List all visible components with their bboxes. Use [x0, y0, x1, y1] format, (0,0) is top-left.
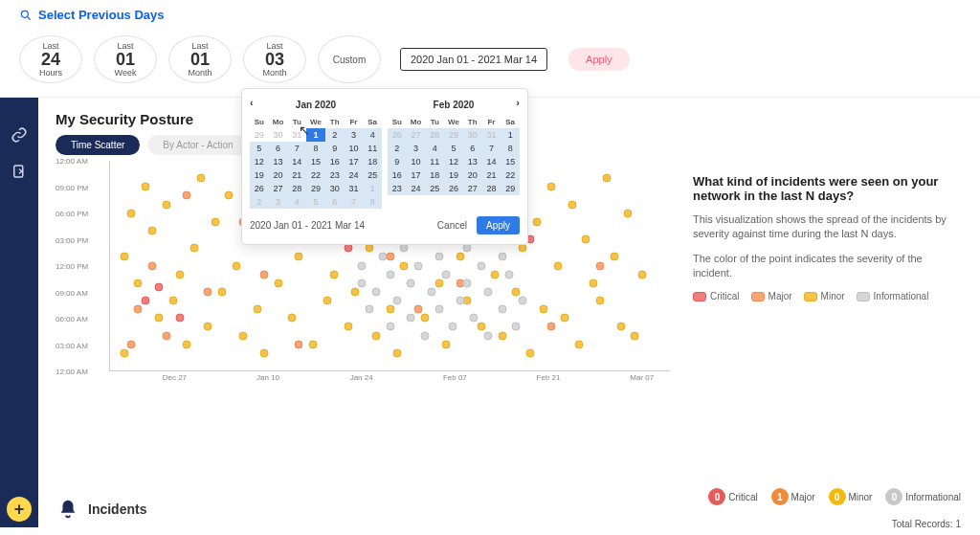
calendar-day[interactable]: 7	[345, 195, 364, 209]
calendar-day[interactable]: 27	[269, 182, 288, 195]
scatter-point[interactable]	[477, 323, 485, 331]
calendar-cancel-button[interactable]: Cancel	[437, 220, 467, 231]
calendar-day[interactable]: 17	[407, 168, 426, 182]
scatter-point[interactable]	[491, 270, 500, 279]
calendar-day[interactable]: 10	[345, 142, 364, 155]
scatter-point[interactable]	[344, 323, 352, 331]
scatter-point[interactable]	[434, 253, 443, 261]
scatter-point[interactable]	[434, 279, 443, 287]
scatter-point[interactable]	[554, 261, 563, 270]
calendar-day[interactable]: 7	[482, 142, 501, 155]
calendar-day[interactable]: 29	[501, 182, 520, 195]
calendar-day[interactable]: 2	[325, 128, 345, 142]
scatter-point[interactable]	[147, 261, 156, 270]
calendar-day[interactable]: 19	[250, 168, 269, 182]
calendar-day[interactable]: 5	[444, 142, 463, 155]
scatter-point[interactable]	[512, 323, 521, 331]
scatter-point[interactable]	[595, 261, 604, 270]
scatter-point[interactable]	[323, 296, 331, 304]
calendar-day[interactable]: 4	[287, 195, 306, 209]
calendar-prev-icon[interactable]: ‹	[250, 97, 254, 108]
scatter-point[interactable]	[350, 287, 359, 296]
scatter-point[interactable]	[232, 261, 240, 270]
scatter-point[interactable]	[155, 314, 164, 323]
date-range-display[interactable]: 2020 Jan 01 - 2021 Mar 14	[400, 48, 547, 71]
scatter-point[interactable]	[483, 287, 492, 296]
scatter-point[interactable]	[498, 305, 506, 314]
scatter-point[interactable]	[462, 244, 471, 253]
calendar-day[interactable]: 27	[407, 128, 426, 142]
time-chip-3[interactable]: Last03Month	[243, 35, 306, 83]
calendar-day[interactable]: 6	[463, 142, 482, 155]
scatter-point[interactable]	[344, 244, 352, 253]
calendar-day[interactable]: 2	[388, 142, 407, 155]
calendar-day[interactable]: 9	[325, 142, 345, 155]
time-chip-custom[interactable]: Custom	[318, 35, 381, 83]
calendar-next-icon[interactable]: ›	[516, 97, 520, 108]
calendar-day[interactable]: 22	[501, 168, 520, 182]
scatter-point[interactable]	[371, 287, 380, 296]
scatter-point[interactable]	[434, 305, 443, 314]
calendar-day[interactable]: 29	[250, 128, 269, 142]
scatter-point[interactable]	[498, 253, 506, 261]
scatter-point[interactable]	[540, 305, 548, 314]
scatter-point[interactable]	[274, 279, 282, 287]
calendar-day[interactable]: 26	[388, 128, 407, 142]
scatter-point[interactable]	[568, 200, 576, 209]
calendar-day[interactable]: 18	[425, 168, 444, 182]
scatter-point[interactable]	[295, 340, 303, 348]
calendar-day[interactable]: 27	[463, 182, 482, 195]
scatter-point[interactable]	[449, 323, 457, 331]
scatter-point[interactable]	[519, 296, 527, 304]
calendar-day[interactable]: 28	[482, 182, 501, 195]
time-chip-0[interactable]: Last24Hours	[19, 35, 82, 83]
calendar-day[interactable]: 7	[287, 142, 306, 155]
apply-range-button[interactable]: Apply	[568, 48, 630, 71]
calendar-day[interactable]: 26	[444, 182, 463, 195]
scatter-point[interactable]	[413, 305, 422, 314]
scatter-point[interactable]	[407, 314, 415, 323]
calendar-day[interactable]: 1	[501, 128, 520, 142]
scatter-point[interactable]	[400, 244, 409, 253]
scatter-point[interactable]	[392, 296, 401, 304]
calendar-day[interactable]: 20	[269, 168, 288, 182]
add-button[interactable]: +	[7, 497, 32, 522]
scatter-point[interactable]	[365, 244, 373, 253]
calendar-day[interactable]: 26	[250, 182, 269, 195]
scatter-point[interactable]	[379, 253, 388, 261]
calendar-day[interactable]: 30	[269, 128, 288, 142]
scatter-point[interactable]	[483, 331, 492, 340]
calendar-day[interactable]: 30	[463, 128, 482, 142]
calendar-apply-button[interactable]: Apply	[477, 216, 520, 234]
calendar-day[interactable]: 22	[306, 168, 325, 182]
calendar-day[interactable]: 29	[306, 182, 325, 195]
calendar-day[interactable]: 4	[425, 142, 444, 155]
scatter-point[interactable]	[386, 270, 394, 279]
calendar-day[interactable]: 16	[325, 155, 345, 168]
scatter-point[interactable]	[141, 296, 149, 304]
calendar-day[interactable]: 4	[363, 128, 382, 142]
calendar-day[interactable]: 3	[407, 142, 426, 155]
select-previous-days-header[interactable]: Select Previous Days	[19, 8, 961, 22]
scatter-point[interactable]	[189, 244, 198, 253]
scatter-point[interactable]	[413, 261, 422, 270]
scatter-point[interactable]	[519, 244, 527, 253]
scatter-point[interactable]	[561, 314, 569, 323]
scatter-point[interactable]	[595, 296, 604, 304]
calendar-day[interactable]: 12	[250, 155, 269, 168]
calendar-day[interactable]: 5	[250, 142, 269, 155]
calendar-day[interactable]: 14	[482, 155, 501, 168]
time-chip-1[interactable]: Last01Week	[94, 35, 157, 83]
calendar-day[interactable]: 8	[306, 142, 325, 155]
scatter-point[interactable]	[462, 279, 471, 287]
scatter-point[interactable]	[371, 331, 380, 340]
time-chip-2[interactable]: Last01Month	[168, 35, 232, 83]
calendar-day[interactable]: 6	[269, 142, 288, 155]
scatter-point[interactable]	[582, 235, 590, 244]
calendar-day[interactable]: 28	[425, 128, 444, 142]
calendar-day[interactable]: 24	[407, 182, 426, 195]
scatter-point[interactable]	[330, 270, 339, 279]
calendar-day[interactable]: 11	[363, 142, 382, 155]
scatter-point[interactable]	[176, 270, 185, 279]
scatter-point[interactable]	[120, 253, 128, 261]
